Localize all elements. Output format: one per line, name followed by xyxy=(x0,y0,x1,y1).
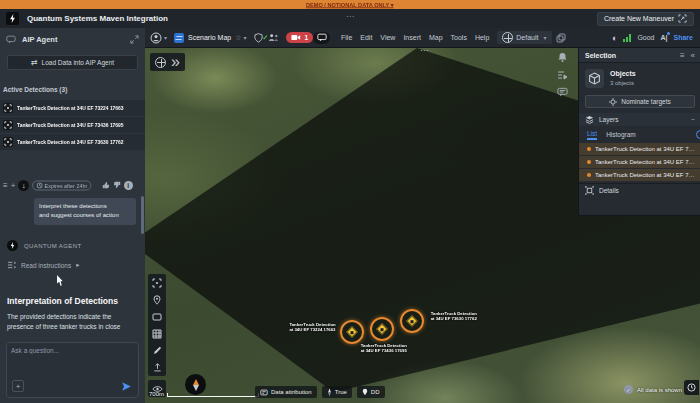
sync-icon: ⇄ xyxy=(31,58,38,67)
bearing-indicator[interactable]: True xyxy=(322,386,352,398)
expand-icon[interactable] xyxy=(130,35,139,44)
selection-row-1[interactable]: TankerTruck Detection at 34U EF 73224 17… xyxy=(579,143,700,155)
menu-view[interactable]: View xyxy=(376,34,399,41)
menu-help[interactable]: Help xyxy=(471,34,493,41)
selection-title: Selection xyxy=(585,52,616,59)
read-instructions-label: Read instructions xyxy=(21,262,71,269)
video-count: 1 xyxy=(304,34,308,41)
menu-insert[interactable]: Insert xyxy=(399,34,425,41)
export-tool[interactable] xyxy=(148,359,166,376)
collapse-section-icon[interactable]: − xyxy=(691,116,695,123)
tanker-truck-icon xyxy=(346,326,357,337)
objects-thumbnail xyxy=(585,69,604,88)
map-overflow-icon[interactable]: ⋯ xyxy=(420,48,429,55)
data-attribution-button[interactable]: Data attribution xyxy=(255,386,317,398)
people-icon[interactable] xyxy=(268,33,279,42)
comment-pill[interactable] xyxy=(313,32,330,44)
share-button[interactable]: Share xyxy=(674,34,693,41)
selection-row-2[interactable]: TankerTruck Detection at 34U EF 73436 17… xyxy=(579,156,700,168)
chat-icon xyxy=(6,35,16,44)
menu-tools[interactable]: Tools xyxy=(447,34,471,41)
add-icon[interactable]: + xyxy=(11,181,16,190)
thumbs-down-icon[interactable] xyxy=(113,181,121,189)
tab-list[interactable]: List xyxy=(587,130,597,140)
send-icon[interactable] xyxy=(121,381,132,392)
pin-tool[interactable] xyxy=(148,291,166,308)
all-data-indicator: ✓ All data is shown xyxy=(624,385,682,394)
thumbs-up-icon[interactable] xyxy=(102,181,110,189)
tab-histogram[interactable]: Histogram xyxy=(606,131,636,138)
map-caret-icon[interactable]: ▾ xyxy=(244,34,247,41)
rectangle-tool[interactable] xyxy=(148,308,166,325)
attach-button[interactable]: + xyxy=(12,380,24,392)
duplicate-icon[interactable] xyxy=(556,33,566,43)
speech-bubble-icon xyxy=(317,33,327,42)
menu-icon[interactable]: ≡ xyxy=(3,181,8,190)
target-icon xyxy=(609,98,617,106)
signal-bars-icon xyxy=(623,34,631,42)
all-data-label: All data is shown xyxy=(637,387,682,393)
basemap-control[interactable]: » xyxy=(150,53,185,71)
nominate-targets-button[interactable]: Nominate targets xyxy=(585,95,695,108)
map-status-pills: Data attribution True DD xyxy=(255,386,385,398)
toolbar-right-group: ◐ Good A| Share xyxy=(612,33,695,43)
detection-marker-2[interactable] xyxy=(370,317,394,341)
menu-file[interactable]: File xyxy=(337,34,356,41)
detection-label: TankerTruck Detection at 34U EF 73224 17… xyxy=(17,106,124,111)
load-data-button[interactable]: ⇄ Load Data into AIP Agent xyxy=(7,55,138,70)
quantum-agent-row: QUANTUM AGENT xyxy=(7,240,82,251)
draw-tool[interactable] xyxy=(148,342,166,359)
demo-banner[interactable]: DEMO / NOTIONAL DATA ONLY ▾ xyxy=(0,0,700,9)
expires-pill[interactable]: Expires after 24hr xyxy=(32,180,92,190)
map-draw-toolbar xyxy=(148,274,166,376)
filter-icon[interactable] xyxy=(696,130,700,139)
attribution-icon xyxy=(260,389,268,396)
coordinate-format-button[interactable]: DD xyxy=(357,386,385,398)
focus-tool[interactable] xyxy=(148,274,166,291)
selection-row-3[interactable]: TankerTruck Detection at 34U EF 73630 17… xyxy=(579,169,700,181)
grid-tool[interactable] xyxy=(148,325,166,342)
detection-row-1[interactable]: TankerTruck Detection at 34U EF 73224 17… xyxy=(0,100,145,116)
default-view-dropdown[interactable]: Default ▾ xyxy=(497,31,551,44)
header-overflow-icon[interactable]: ⋯ xyxy=(346,12,355,21)
sidebar-scrollbar[interactable] xyxy=(141,196,144,234)
bell-icon[interactable] xyxy=(557,52,568,63)
time-control[interactable] xyxy=(684,380,699,395)
comment-icon[interactable] xyxy=(557,87,568,97)
read-instructions-toggle[interactable]: Read instructions ▸ xyxy=(7,261,80,269)
detection-row-2[interactable]: TankerTruck Detection at 34U EF 73436 17… xyxy=(0,117,145,133)
interpretation-body: The provided detections indicate the pre… xyxy=(7,312,138,333)
needle-icon xyxy=(327,388,332,397)
contrast-icon[interactable]: ◐ xyxy=(612,33,617,43)
user-message-line2: and suggest courses of action xyxy=(39,211,131,220)
panel-menu-icon[interactable]: ≡ xyxy=(680,51,685,60)
detection-label: TankerTruck Detection at 34U EF 73436 17… xyxy=(17,123,124,128)
user-caret-icon[interactable]: ▾ xyxy=(164,34,167,41)
connection-status: Good xyxy=(637,34,654,41)
menu-map[interactable]: Map xyxy=(425,34,447,41)
shield-icon[interactable] xyxy=(254,33,263,43)
info-icon[interactable]: i xyxy=(124,181,133,190)
user-icon[interactable] xyxy=(150,32,162,44)
menu-edit[interactable]: Edit xyxy=(356,34,376,41)
clock-icon xyxy=(37,182,43,188)
favorite-star-icon[interactable]: ☆ xyxy=(235,34,241,42)
video-alert-badge[interactable]: 1 xyxy=(286,32,313,43)
default-view-label: Default xyxy=(516,34,538,41)
detection-marker-1[interactable] xyxy=(340,320,364,344)
app-logo xyxy=(6,12,19,25)
create-new-maneuver-button[interactable]: Create New Maneuver xyxy=(597,12,694,26)
playlist-icon[interactable] xyxy=(557,70,568,80)
question-input[interactable] xyxy=(11,347,131,354)
details-section[interactable]: Details xyxy=(579,183,700,197)
detection-dot-icon xyxy=(587,160,591,164)
collapse-panel-icon[interactable]: « xyxy=(691,51,695,60)
detection-marker-3[interactable] xyxy=(400,309,424,333)
detection-row-3[interactable]: TankerTruck Detection at 34U EF 73630 17… xyxy=(0,134,145,150)
history-icon[interactable]: ↓ xyxy=(18,180,29,191)
expires-label: Expires after 24hr xyxy=(45,182,88,187)
scenario-map-label[interactable]: Scenario Map xyxy=(188,34,231,41)
layers-section[interactable]: Layers − xyxy=(579,113,700,126)
assist-icon[interactable]: A| xyxy=(661,34,668,41)
agent-avatar xyxy=(7,240,18,251)
